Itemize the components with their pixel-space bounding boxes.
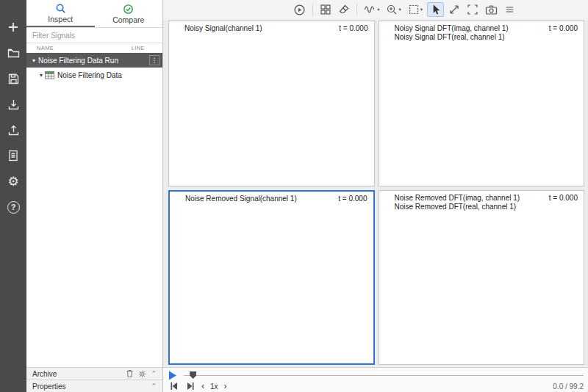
table-icon <box>45 71 54 79</box>
cursor-time-readout: t = 0.000 <box>338 195 367 203</box>
legend-label: Noisy Signal(channel 1) <box>184 24 262 32</box>
tab-compare-label: Compare <box>112 15 144 24</box>
filter-row <box>26 28 162 43</box>
pointer-cursor-button[interactable] <box>427 2 444 17</box>
plot-card-noisy-signal-dft[interactable]: Noisy Signal DFT(imag, channel 1) Noisy … <box>379 21 585 186</box>
legend-swatch <box>176 195 182 202</box>
main-area: ▾ ▾ ▾ <box>163 0 588 392</box>
legend-item: Noisy Signal DFT(real, channel 1) <box>385 33 509 41</box>
clear-plots-eraser-button[interactable] <box>336 2 352 17</box>
plot-header: Noisy Signal DFT(imag, channel 1) Noisy … <box>379 21 584 41</box>
plot-canvas[interactable] <box>379 41 584 186</box>
legend-label: Noise Removed DFT(imag, channel 1) <box>395 194 520 202</box>
layout-grid-button[interactable] <box>318 2 334 17</box>
filter-signals-input[interactable] <box>26 28 162 43</box>
playback-time-readout: 0.0 / 99.2 <box>553 382 584 391</box>
panel-tabbar: Inspect Compare <box>26 0 162 28</box>
zoom-region-button[interactable]: ▾ <box>406 2 425 17</box>
properties-label: Properties <box>32 382 66 391</box>
left-icon-strip: ⚙ ? <box>0 0 26 392</box>
archive-settings-icon[interactable] <box>138 370 146 378</box>
plot-grid: Noisy Signal(channel 1) t = 0.000 Noisy … <box>163 19 588 367</box>
plot-canvas[interactable] <box>170 203 373 363</box>
run-button[interactable] <box>291 2 308 17</box>
time-slider-handle[interactable] <box>190 371 196 379</box>
plot-toolbar: ▾ ▾ ▾ <box>163 0 588 19</box>
legend-item: Noisy Signal(channel 1) <box>175 24 262 32</box>
legend-item: Noise Removed DFT(imag, channel 1) <box>385 194 520 202</box>
run-menu-button[interactable]: ⋮ <box>149 55 159 65</box>
legend-item: Noise Removed Signal(channel 1) <box>176 195 297 203</box>
tab-compare[interactable]: Compare <box>95 0 163 27</box>
tab-inspect[interactable]: Inspect <box>26 0 95 27</box>
signal-options-button[interactable]: ▾ <box>362 2 381 17</box>
plot-header: Noisy Signal(channel 1) t = 0.000 <box>169 21 374 32</box>
cursor-time-readout: t = 0.000 <box>549 24 578 32</box>
fit-to-view-button[interactable] <box>465 2 481 17</box>
legend-label: Noisy Signal DFT(imag, channel 1) <box>395 24 509 32</box>
archive-label: Archive <box>32 370 57 378</box>
check-circle-icon <box>123 4 134 15</box>
legend-item: Noise Removed DFT(real, channel 1) <box>385 203 520 211</box>
column-name: NAME <box>37 45 54 51</box>
legend-label: Noise Removed Signal(channel 1) <box>185 195 297 203</box>
prev-sample-button[interactable]: ‹ <box>201 382 204 391</box>
export-icon[interactable] <box>4 122 22 138</box>
archive-bar[interactable]: Archive ⌃ <box>26 367 162 380</box>
collapse-run-icon[interactable]: ▾ <box>32 57 35 64</box>
step-forward-button[interactable] <box>185 382 196 391</box>
next-sample-button[interactable]: › <box>224 382 227 391</box>
report-icon[interactable] <box>4 148 22 164</box>
add-icon[interactable] <box>4 19 22 35</box>
legend-swatch <box>385 34 392 40</box>
toolbar-separator <box>312 4 313 15</box>
cursor-time-readout: t = 0.000 <box>339 24 368 32</box>
play-button[interactable] <box>168 370 178 380</box>
column-line: LINE <box>132 45 145 51</box>
data-group-row[interactable]: ▾ Noise Filtering Data <box>26 68 162 82</box>
tab-inspect-label: Inspect <box>48 15 73 23</box>
columns-header: NAME LINE <box>26 43 162 53</box>
run-group-label: Noise Filtering Data Run <box>38 57 118 65</box>
import-icon[interactable] <box>4 96 22 112</box>
search-icon <box>55 3 66 14</box>
plot-card-noise-removed-dft[interactable]: Noise Removed DFT(imag, channel 1) Noise… <box>379 190 585 365</box>
legend-item: Noisy Signal DFT(imag, channel 1) <box>385 24 509 32</box>
time-slider[interactable] <box>184 371 584 380</box>
plot-card-noisy-signal[interactable]: Noisy Signal(channel 1) t = 0.000 <box>168 21 375 186</box>
toolbar-separator <box>356 4 357 15</box>
legend-swatch <box>385 25 392 32</box>
step-back-button[interactable] <box>169 382 179 391</box>
legend-swatch <box>175 25 182 32</box>
properties-collapse-icon[interactable]: ⌃ <box>151 382 157 390</box>
signal-panel: Inspect Compare NAME LINE ▾ Noise Filter… <box>26 0 163 392</box>
signal-tree: ▾ Noise Filtering Data Run ⋮ ▾ Noise Fil… <box>26 53 162 367</box>
playback-bar: ‹ 1x › 0.0 / 99.2 <box>163 367 588 392</box>
help-icon[interactable]: ? <box>4 199 22 215</box>
time-slider-track <box>184 375 584 376</box>
collapse-data-icon[interactable]: ▾ <box>40 72 43 79</box>
archive-collapse-icon[interactable]: ⌃ <box>151 370 157 377</box>
legend-label: Noise Removed DFT(real, channel 1) <box>395 203 517 211</box>
trash-icon[interactable] <box>126 369 134 378</box>
plot-canvas[interactable] <box>379 211 584 364</box>
plot-header: Noise Removed DFT(imag, channel 1) Noise… <box>379 191 584 211</box>
open-folder-icon[interactable] <box>4 45 22 61</box>
snapshot-camera-button[interactable] <box>483 2 500 17</box>
save-icon[interactable] <box>4 70 22 87</box>
playback-speed-select[interactable]: 1x <box>210 382 218 391</box>
plot-canvas[interactable] <box>169 32 374 186</box>
settings-gear-icon[interactable]: ⚙ <box>4 173 22 189</box>
menu-button[interactable] <box>502 2 517 17</box>
run-group-header[interactable]: ▾ Noise Filtering Data Run ⋮ <box>26 53 162 68</box>
simulation-data-inspector: ⚙ ? Inspect Compare NA <box>0 0 588 392</box>
legend-label: Noisy Signal DFT(real, channel 1) <box>395 33 505 41</box>
legend-swatch <box>385 195 392 201</box>
plot-card-noise-removed-signal[interactable]: Noise Removed Signal(channel 1) t = 0.00… <box>168 190 375 365</box>
properties-bar[interactable]: Properties ⌃ <box>26 380 162 392</box>
pan-expand-button[interactable] <box>446 2 462 17</box>
plot-header: Noise Removed Signal(channel 1) t = 0.00… <box>170 192 373 203</box>
cursor-time-readout: t = 0.000 <box>549 194 578 202</box>
legend-swatch <box>385 203 392 210</box>
zoom-in-button[interactable]: ▾ <box>384 2 403 17</box>
